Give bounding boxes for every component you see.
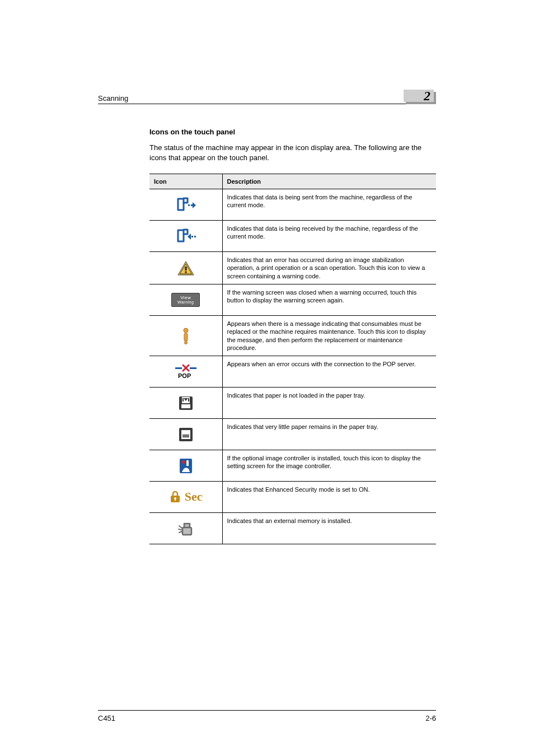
security-mode-icon: Sec xyxy=(169,489,203,505)
svg-rect-6 xyxy=(185,267,186,270)
row-desc: Appears when there is a message indicati… xyxy=(222,315,436,356)
table-row: Indicates that an external memory is ins… xyxy=(149,513,436,544)
row-desc: Indicates that data is being received by… xyxy=(222,221,436,252)
table-row: Indicates that data is being sent from t… xyxy=(149,189,436,221)
header-section-name: Scanning xyxy=(98,94,128,102)
svg-line-33 xyxy=(179,531,182,533)
pop-error-icon: POP xyxy=(174,364,198,380)
svg-rect-11 xyxy=(175,367,182,369)
data-receive-icon xyxy=(176,228,196,245)
footer-model: C451 xyxy=(98,714,115,722)
row-desc: Indicates that an error has occurred dur… xyxy=(222,252,436,284)
table-row: View Warning If the warning screen was c… xyxy=(149,284,436,315)
page-footer: C451 2-6 xyxy=(98,710,436,722)
svg-rect-9 xyxy=(184,333,188,341)
row-desc: Indicates that an external memory is ins… xyxy=(222,513,436,544)
table-row: Indicates that paper is not loaded in th… xyxy=(149,388,436,419)
svg-line-31 xyxy=(179,526,182,528)
svg-rect-30 xyxy=(182,528,191,535)
svg-point-24 xyxy=(182,460,185,464)
svg-point-8 xyxy=(184,328,188,333)
svg-rect-2 xyxy=(191,204,193,206)
low-paper-icon xyxy=(177,426,194,443)
svg-rect-7 xyxy=(185,271,186,273)
page-header: Scanning 2 xyxy=(98,90,436,104)
svg-rect-18 xyxy=(181,404,190,408)
table-row: If the optional image controller is inst… xyxy=(149,450,436,482)
intro-paragraph: The status of the machine may appear in … xyxy=(149,143,436,162)
no-paper-icon xyxy=(177,395,194,412)
svg-rect-12 xyxy=(190,367,196,369)
svg-text:POP: POP xyxy=(178,372,191,379)
external-memory-icon xyxy=(177,520,194,537)
row-desc: If the optional image controller is inst… xyxy=(222,450,436,482)
table-row: Sec Indicates that Enhanced Security mod… xyxy=(149,482,436,513)
warning-triangle-icon xyxy=(177,260,195,276)
svg-rect-28 xyxy=(175,498,176,501)
svg-line-32 xyxy=(179,529,181,530)
row-desc: Indicates that data is being sent from t… xyxy=(222,189,436,221)
table-row: Indicates that an error has occurred dur… xyxy=(149,252,436,284)
table-head-icon: Icon xyxy=(149,174,222,189)
svg-rect-5 xyxy=(194,236,196,237)
row-desc: Indicates that Enhanced Security mode is… xyxy=(222,482,436,513)
table-row: Indicates that very little paper remains… xyxy=(149,419,436,450)
section-heading: Icons on the touch panel xyxy=(149,128,436,136)
svg-rect-3 xyxy=(184,230,188,234)
svg-rect-4 xyxy=(191,236,193,237)
row-desc: If the warning screen was closed when a … xyxy=(222,284,436,315)
svg-rect-1 xyxy=(188,204,190,206)
table-head-desc: Description xyxy=(222,174,436,189)
view-warning-button-icon: View Warning xyxy=(171,293,200,307)
svg-rect-0 xyxy=(184,198,188,203)
svg-point-10 xyxy=(184,341,187,344)
icons-table: Icon Description xyxy=(149,174,436,544)
table-row: Appears when there is a message indicati… xyxy=(149,315,436,356)
table-row: Indicates that data is being received by… xyxy=(149,221,436,252)
svg-rect-25 xyxy=(186,460,189,466)
table-row: POP Appears when an error occurs with th… xyxy=(149,356,436,388)
row-desc: Indicates that paper is not loaded in th… xyxy=(222,388,436,419)
row-desc: Indicates that very little paper remains… xyxy=(222,419,436,450)
row-desc: Appears when an error occurs with the co… xyxy=(222,356,436,388)
footer-page-number: 2-6 xyxy=(425,714,436,722)
image-controller-icon xyxy=(179,458,193,474)
consumable-icon xyxy=(181,328,190,344)
chapter-number-badge: 2 xyxy=(404,90,436,104)
data-send-icon xyxy=(176,197,196,213)
